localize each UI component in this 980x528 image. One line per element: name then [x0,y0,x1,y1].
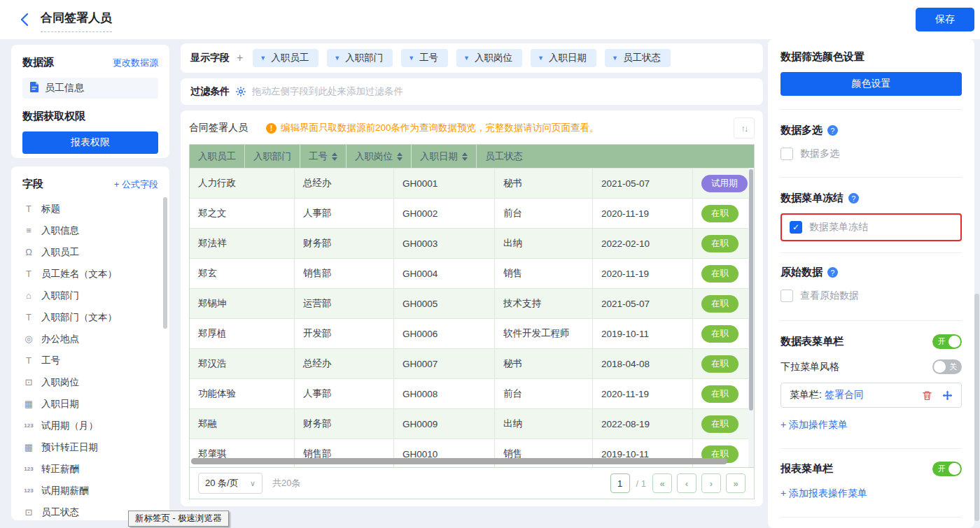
help-icon[interactable]: ? [827,125,838,136]
change-datasource-link[interactable]: 更改数据源 [113,57,158,69]
multi-select-checkbox-row[interactable]: 数据多选 [780,148,962,160]
table-vertical-scrollbar[interactable] [748,168,754,469]
table-row[interactable]: 郑锡坤 运营部 GH0005 技术支持 2021-05-07 在职 [190,288,755,318]
move-icon[interactable] [942,390,953,401]
raw-data-checkbox-row[interactable]: 查看原始数据 [780,290,962,302]
table-row[interactable]: 功能体验 人事部 GH0008 前台 2020-11-19 在职 [190,378,755,408]
add-report-action-menu-link[interactable]: + 添加报表操作菜单 [780,487,962,500]
dropdown-style-toggle[interactable]: 关 [932,359,962,374]
add-formula-field-link[interactable]: + 公式字段 [114,178,158,191]
display-fields-label: 显示字段 [190,52,230,64]
field-label: 办公地点 [41,333,79,345]
field-item[interactable]: T 入职部门（文本） [22,306,158,328]
column-header[interactable]: 入职员工 [190,145,245,168]
cell-status: 在职 [693,379,755,408]
report-menubar-toggle[interactable]: 开 [932,462,962,476]
cell-employee-no: GH0004 [394,259,495,288]
column-header[interactable]: 工号 [300,145,346,168]
table-header-row: 入职员工 入职部门 工号 入职岗位 [190,145,755,168]
column-header[interactable]: 入职岗位 [346,145,412,168]
sort-order-icon[interactable]: ↑↓ [734,117,755,138]
table-row[interactable]: 郑之文 人事部 GH0002 前台 2020-11-19 在职 [190,198,755,228]
checkbox-unchecked[interactable] [780,290,793,302]
menu-item-prefix: 菜单栏: [790,389,822,401]
fields-scrollbar[interactable] [163,197,167,329]
checkbox-unchecked[interactable] [780,148,793,160]
first-page-button[interactable]: « [652,473,672,493]
divider [780,109,962,110]
field-item[interactable]: 123 试用期薪酬 [22,480,158,501]
field-item[interactable]: ▦ 预计转正日期 [22,436,158,458]
status-badge: 在职 [701,295,738,313]
field-item[interactable]: 123 试用期（月） [22,415,158,436]
cell-department: 运营部 [295,289,394,318]
divider [780,252,962,253]
sort-carets-icon[interactable] [328,152,337,161]
sort-carets-icon[interactable] [393,152,402,161]
field-item[interactable]: ⌂ 入职部门 [22,285,158,306]
fields-heading: 字段 [22,178,43,191]
add-display-field-button[interactable]: + [235,52,244,64]
table-row[interactable]: 郑玄 销售部 GH0004 销售 2020-11-19 在职 [190,258,755,288]
field-item[interactable]: Ω 入职员工 [22,241,158,263]
table-row[interactable]: 人力行政 总经办 GH0001 秘书 2021-05-07 试用期 [190,168,755,198]
help-icon[interactable]: ? [827,267,838,278]
field-item[interactable]: ⊡ 入职岗位 [22,371,158,393]
field-item[interactable]: T 工号 [22,350,158,371]
column-header[interactable]: 入职部门 [245,145,300,168]
gear-icon[interactable] [235,86,246,97]
location-icon: ◎ [22,334,35,344]
page-size-select[interactable]: 20 条/页 ∨ [198,473,262,494]
save-button[interactable]: 保存 [916,8,974,31]
field-item[interactable]: ≡ 入职信息 [22,220,158,241]
menu-item-name[interactable]: 签署合同 [825,389,864,401]
report-permission-button[interactable]: 报表权限 [22,131,158,154]
text-icon: T [22,269,35,279]
window-scrollbar[interactable] [974,294,979,521]
display-field-chip[interactable]: ▼ 入职员工 [253,49,318,67]
text-icon: T [22,312,35,322]
field-item[interactable]: ◎ 办公地点 [22,328,158,350]
checkbox-checked[interactable]: ✓ [790,221,802,234]
field-label: 入职日期 [41,398,79,411]
page-number-input[interactable] [610,473,630,493]
column-header[interactable]: 员工状态 [477,145,531,168]
help-icon[interactable]: ? [848,193,859,204]
sort-carets-icon[interactable] [458,152,468,161]
cell-employee-no: GH0002 [394,199,495,228]
chevron-down-icon: ▼ [408,55,414,62]
cell-status: 在职 [693,349,755,378]
field-list: T 标题 ≡ 入职信息 Ω 入职员工 T 员工姓名（文本） ⌂ 入职部门 [22,198,158,520]
prev-page-button[interactable]: ‹ [677,473,696,493]
toggle-off-text: 关 [949,362,957,372]
table-title: 合同签署人员 [189,122,248,134]
datasource-item[interactable]: 员工信息 [22,78,158,99]
field-label: 员工姓名（文本） [41,268,117,280]
table-row[interactable]: 郑法祥 财务部 GH0003 出纳 2022-02-10 在职 [190,228,755,258]
select-icon: ⊡ [22,507,35,518]
table-row[interactable]: 郑融 财务部 GH0009 出纳 2022-08-19 在职 [190,408,755,438]
display-field-chip[interactable]: ▼ 员工状态 [605,49,671,67]
menu-freeze-checkbox-row[interactable]: ✓ 数据菜单冻结 [790,221,953,234]
last-page-button[interactable]: » [726,473,746,493]
back-icon[interactable] [18,12,32,27]
color-settings-button[interactable]: 颜色设置 [780,72,962,96]
field-item[interactable]: T 标题 [22,198,158,220]
next-page-button[interactable]: › [701,473,721,493]
table-row[interactable]: 郑厚植 开发部 GH0006 软件开发工程师 2019-10-11 在职 [190,318,755,348]
display-field-chip[interactable]: ▼ 入职部门 [327,49,393,67]
table-horizontal-scrollbar[interactable] [191,458,748,464]
status-badge: 在职 [701,415,738,433]
add-action-menu-link[interactable]: + 添加操作菜单 [780,419,962,431]
cell-hire-date: 2022-08-19 [593,409,693,438]
display-field-chip[interactable]: ▼ 入职岗位 [456,49,522,67]
display-field-chip[interactable]: ▼ 工号 [401,49,448,67]
field-item[interactable]: 123 转正薪酬 [22,458,158,480]
field-item[interactable]: ▦ 入职日期 [22,393,158,415]
column-header[interactable]: 入职日期 [412,145,477,168]
display-field-chip[interactable]: ▼ 入职日期 [531,49,596,67]
table-menubar-toggle[interactable]: 开 [932,334,962,349]
table-row[interactable]: 郑汉浩 总经办 GH0007 秘书 2018-04-08 在职 [190,348,755,378]
trash-icon[interactable] [922,390,932,401]
field-item[interactable]: T 员工姓名（文本） [22,263,158,285]
